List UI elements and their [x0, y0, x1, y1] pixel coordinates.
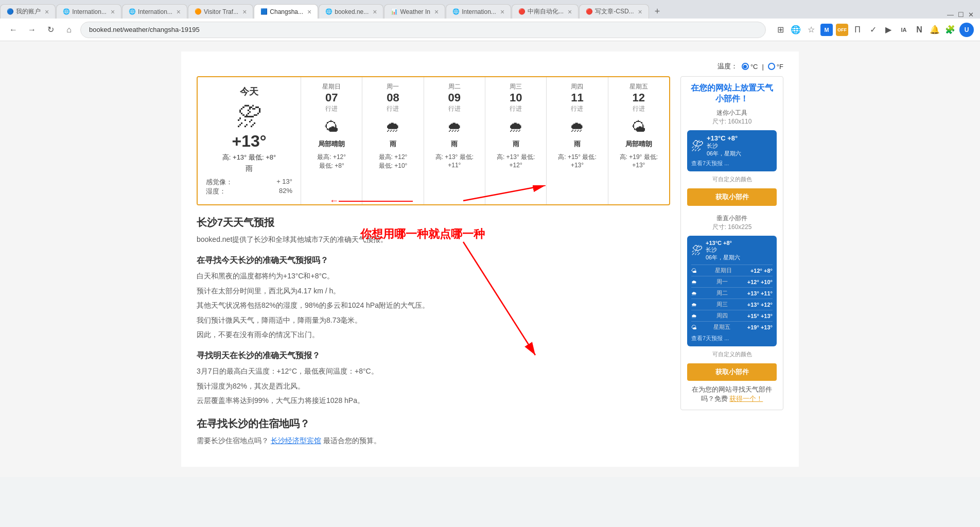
- tab-9-close[interactable]: ×: [636, 8, 642, 16]
- back-button[interactable]: ←: [6, 23, 21, 37]
- address-bar[interactable]: booked.net/weather/changsha-19195: [80, 22, 766, 38]
- puzzle-icon[interactable]: 🧩: [944, 24, 956, 36]
- tab-8[interactable]: 🔴 中南自动化... ×: [512, 4, 579, 19]
- vertical-weather-widget: ⛈ +13°C +8° 长沙 06年，星期六: [687, 236, 777, 346]
- tab-5-close[interactable]: ×: [371, 8, 377, 16]
- vert-icon-3: 🌧: [691, 302, 697, 308]
- tab-6[interactable]: 📊 Weather In ×: [384, 4, 445, 19]
- today-card: 今天 ⛈ +13° 高: +13° 最低: +8° 雨 感觉像： + 13°: [198, 77, 301, 204]
- green-icon[interactable]: ▶: [882, 24, 895, 36]
- user-avatar[interactable]: U: [959, 23, 974, 37]
- vert-row-0: 🌤 星期日 +12° +8°: [691, 265, 773, 276]
- tab-3[interactable]: 🟠 Visitor Traf... ×: [188, 4, 253, 19]
- forecast-date-3: 10: [510, 91, 522, 104]
- tab-0-close[interactable]: ×: [43, 8, 49, 16]
- forecast-status-4: 行进: [571, 104, 583, 113]
- n-icon[interactable]: N: [913, 24, 925, 36]
- tab-2-icon: 🌐: [129, 8, 136, 15]
- ia-icon[interactable]: IA: [898, 24, 910, 36]
- forecast-day-4: 周四 11 行进 🌧 雨 高: +15° 最低: +13°: [546, 77, 607, 204]
- forecast-condition-4: 雨: [574, 139, 581, 149]
- sidebar-bottom-note: 在为您的网站寻找天气部件吗？免费 获得一个！: [687, 385, 777, 403]
- tab-1-icon: 🌐: [63, 8, 70, 15]
- tab-5[interactable]: 🌐 booked.ne... ×: [319, 4, 383, 19]
- tab-9[interactable]: 🔴 写文章-CSD... ×: [579, 4, 649, 19]
- vert-forecast-link[interactable]: 查看7天预报 ...: [691, 335, 773, 342]
- tab-1[interactable]: 🌐 Internation... ×: [56, 4, 121, 19]
- tab-5-icon: 🌐: [325, 8, 332, 15]
- grid-icon[interactable]: ⊞: [774, 24, 786, 36]
- pi-icon[interactable]: Π: [851, 24, 864, 36]
- section-para-1: booked.net提供了长沙和全球其他城市7天的准确天气预报。: [197, 234, 670, 245]
- translate-icon[interactable]: 🌐: [790, 24, 802, 36]
- m-extension[interactable]: M: [820, 24, 833, 36]
- home-button[interactable]: ⌂: [62, 23, 76, 37]
- nav-icons: ⊞ 🌐 ☆ M OFF Π ✓ ▶ IA N 🔔 🧩 U: [774, 23, 974, 37]
- content-para4: 需要长沙住宿地点吗？ 长沙经济型宾馆 最适合您的预算。: [197, 435, 670, 446]
- section-tomorrow: 寻找明天在长沙的准确天气预报？ 3月7日的最高白天温度：+12°C，最低夜间温度…: [197, 350, 670, 406]
- vert-icon-4: 🌧: [691, 313, 697, 319]
- tab-7-close[interactable]: ×: [498, 8, 504, 16]
- tab-8-icon: 🔴: [518, 8, 526, 15]
- new-tab-button[interactable]: +: [650, 4, 666, 19]
- close-icon[interactable]: ✕: [968, 11, 974, 19]
- sidebar-bottom-link[interactable]: 获得一个！: [729, 395, 763, 402]
- vert-header: ⛈ +13°C +8° 长沙 06年，星期六: [691, 240, 773, 261]
- vert-icon-0: 🌤: [691, 268, 697, 274]
- forecast-day-label-1: 周一: [387, 82, 399, 91]
- forecast-day-1: 周一 08 行进 🌧 雨 最高: +12° 最低: +10°: [362, 77, 423, 204]
- tab-0-icon: 🔵: [7, 8, 14, 15]
- reload-button[interactable]: ↻: [43, 23, 58, 37]
- forecast-date-2: 09: [448, 91, 461, 104]
- checkmark-icon[interactable]: ✓: [867, 24, 879, 36]
- forecast-day-2: 周二 09 行进 🌧 雨 高: +13° 最低: +11°: [424, 77, 485, 204]
- bookmark-icon[interactable]: ☆: [805, 24, 817, 36]
- forecast-icon-4: 🌧: [570, 118, 584, 135]
- content-para3-1: 3月7日的最高白天温度：+12°C，最低夜间温度：+8°C。: [197, 365, 670, 377]
- bell-icon[interactable]: 🔔: [929, 24, 941, 36]
- minimize-icon[interactable]: —: [947, 11, 954, 19]
- tab-2[interactable]: 🌐 Internation... ×: [122, 4, 187, 19]
- content-area: 今天 ⛈ +13° 高: +13° 最低: +8° 雨 感觉像： + 13°: [197, 76, 670, 456]
- off-extension[interactable]: OFF: [836, 24, 848, 36]
- fahrenheit-option[interactable]: °F: [768, 63, 783, 71]
- temp-label: 温度：: [717, 62, 738, 71]
- forecast-temps-5: 高: +19° 最低: +13°: [612, 153, 665, 169]
- today-humidity-row: 湿度： 82%: [206, 187, 292, 196]
- section-title-2: 在寻找今天长沙的准确天气预报吗？: [197, 255, 670, 266]
- tab-1-close[interactable]: ×: [109, 8, 115, 16]
- today-hi-lo: 高: +13° 最低: +8°: [222, 153, 276, 162]
- content-para3-2: 预计湿度为82%，其次是西北风。: [197, 380, 670, 392]
- maximize-icon[interactable]: ☐: [958, 11, 964, 19]
- tab-2-close[interactable]: ×: [174, 8, 181, 16]
- forward-button[interactable]: →: [25, 23, 39, 37]
- get-vert-widget-button[interactable]: 获取小部件: [687, 363, 777, 381]
- forecast-condition-0: 局部晴朗: [318, 139, 345, 149]
- tab-4-close[interactable]: ×: [305, 8, 311, 16]
- forecast-date-5: 12: [633, 91, 645, 104]
- forecast-status-2: 行进: [448, 104, 461, 113]
- mini-widget-forecast-link[interactable]: 查看7天预报 ...: [691, 160, 773, 167]
- tab-0[interactable]: 🔵 我的账户 ×: [0, 4, 56, 19]
- vert-header-info: +13°C +8° 长沙 06年，星期六: [706, 240, 740, 261]
- mini-widget-label: 迷你小工具: [687, 109, 777, 117]
- vert-icon-2: 🌧: [691, 290, 697, 296]
- vert-icon: ⛈: [691, 244, 703, 257]
- celsius-option[interactable]: °C: [742, 63, 758, 71]
- forecast-condition-1: 雨: [390, 139, 396, 149]
- celsius-radio[interactable]: [742, 63, 749, 70]
- tab-4[interactable]: 🟦 Changsha... ×: [254, 4, 318, 19]
- tab-6-icon: 📊: [391, 8, 398, 15]
- tab-6-close[interactable]: ×: [432, 8, 439, 16]
- tab-8-close[interactable]: ×: [566, 8, 572, 16]
- hotel-link[interactable]: 长沙经济型宾馆: [271, 436, 321, 445]
- browser-window: 🔵 我的账户 × 🌐 Internation... × 🌐 Internatio…: [0, 0, 980, 527]
- section-title-3: 寻找明天在长沙的准确天气预报？: [197, 350, 670, 361]
- fahrenheit-radio[interactable]: [768, 63, 775, 70]
- content-para2-3: 其他天气状况将包括82%的湿度，98%的多云和1024 hPa附近的大气压。: [197, 300, 670, 311]
- vert-row-3: 🌧 周三 +13° +12°: [691, 298, 773, 310]
- tab-3-close[interactable]: ×: [240, 8, 247, 16]
- today-condition: 雨: [246, 164, 253, 173]
- get-mini-widget-button[interactable]: 获取小部件: [687, 188, 777, 206]
- tab-7[interactable]: 🌐 Internation... ×: [446, 4, 511, 19]
